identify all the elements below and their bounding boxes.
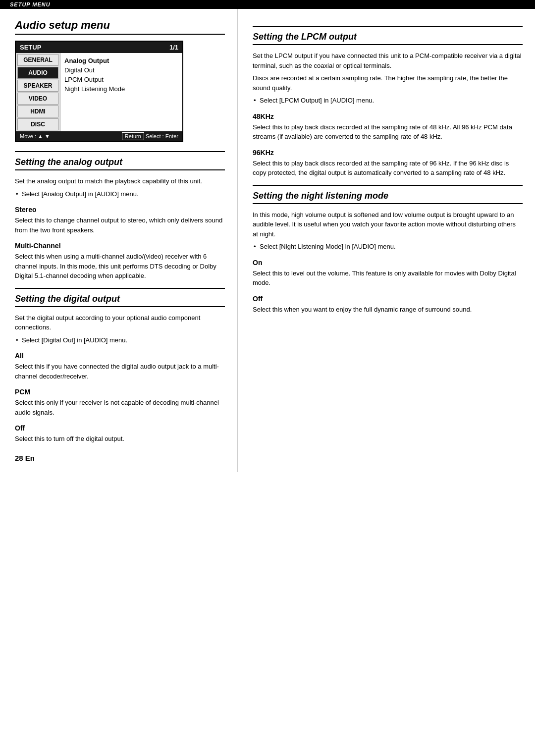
digital-off-heading: Off <box>15 424 225 432</box>
96khz-text: Select this to play back discs recorded … <box>253 159 523 178</box>
digital-divider <box>15 288 225 289</box>
sidebar-item-hdmi[interactable]: HDMI <box>17 106 58 117</box>
digital-section-title: Setting the digital output <box>15 294 225 307</box>
96khz-heading: 96KHz <box>253 149 523 157</box>
night-intro: In this mode, high volume output is soft… <box>253 210 523 239</box>
multichannel-text: Select this when using a multi-channel a… <box>15 252 225 281</box>
lpcm-section-title: Setting the LPCM output <box>253 32 523 45</box>
footer-move-label: Move : ▲ ▼ <box>20 133 50 139</box>
setup-ui-header: SETUP 1/1 <box>16 42 182 53</box>
sidebar-item-speaker[interactable]: SPEAKER <box>17 80 58 92</box>
analog-section-title: Setting the analog output <box>15 157 225 170</box>
page-number: 28 En <box>15 454 225 462</box>
sidebar-item-disc[interactable]: DISC <box>17 118 58 130</box>
all-heading: All <box>15 352 225 360</box>
menu-item-night[interactable]: Night Listening Mode <box>64 84 178 94</box>
digital-off-text: Select this to turn off the digital outp… <box>15 434 225 444</box>
page-title: Audio setup menu <box>15 19 225 35</box>
sidebar-item-audio[interactable]: AUDIO <box>17 67 58 79</box>
on-heading: On <box>253 259 523 267</box>
night-off-text: Select this when you want to enjoy the f… <box>253 305 523 315</box>
lpcm-bullet: Select [LPCM Output] in [AUDIO] menu. <box>253 96 523 106</box>
sidebar-item-video[interactable]: VIDEO <box>17 93 58 105</box>
night-divider <box>253 185 523 186</box>
top-banner: SETUP MENU <box>0 0 535 9</box>
digital-intro: Set the digital output according to your… <box>15 313 225 332</box>
setup-main-content: Analog Output Digital Out LPCM Output Ni… <box>60 53 182 131</box>
48khz-heading: 48KHz <box>253 112 523 120</box>
menu-item-digital[interactable]: Digital Out <box>64 65 178 75</box>
night-bullet: Select [Night Listening Mode] in [AUDIO]… <box>253 242 523 252</box>
right-column: Setting the LPCM output Set the LPCM out… <box>238 9 535 472</box>
analog-intro: Set the analog output to match the playb… <box>15 176 225 186</box>
analog-divider <box>15 151 225 152</box>
lpcm-intro1: Set the LPCM output if you have connecte… <box>253 51 523 70</box>
on-text: Select this to level out the volume. Thi… <box>253 269 523 288</box>
stereo-text: Select this to change channel output to … <box>15 216 225 235</box>
setup-ui-mockup: SETUP 1/1 GENERAL AUDIO SPEAKER VIDEO HD… <box>15 41 183 142</box>
pcm-heading: PCM <box>15 388 225 396</box>
all-text: Select this if you have connected the di… <box>15 362 225 381</box>
night-off-heading: Off <box>253 295 523 303</box>
setup-ui-footer: Move : ▲ ▼ Return Select : Enter <box>16 131 182 141</box>
pcm-text: Select this only if your receiver is not… <box>15 398 225 417</box>
left-column: Audio setup menu SETUP 1/1 GENERAL AUDIO… <box>0 9 238 472</box>
footer-select-label: Select : Enter <box>146 133 178 139</box>
footer-return-button[interactable]: Return <box>122 132 144 140</box>
analog-bullet: Select [Analog Output] in [AUDIO] menu. <box>15 189 225 199</box>
stereo-heading: Stereo <box>15 206 225 214</box>
setup-ui-body: GENERAL AUDIO SPEAKER VIDEO HDMI DISC An… <box>16 53 182 131</box>
sidebar-item-general[interactable]: GENERAL <box>17 54 58 66</box>
48khz-text: Select this to play back discs recorded … <box>253 122 523 142</box>
lpcm-intro2: Discs are recorded at a certain sampling… <box>253 73 523 93</box>
setup-label: SETUP <box>20 44 41 51</box>
menu-item-analog[interactable]: Analog Output <box>64 56 178 65</box>
menu-item-lpcm[interactable]: LPCM Output <box>64 75 178 84</box>
lpcm-divider <box>253 26 523 27</box>
multichannel-heading: Multi-Channel <box>15 242 225 250</box>
setup-sidebar: GENERAL AUDIO SPEAKER VIDEO HDMI DISC <box>16 53 60 131</box>
digital-bullet: Select [Digital Out] in [AUDIO] menu. <box>15 335 225 345</box>
night-section-title: Setting the night listening mode <box>253 191 523 204</box>
page-indicator: 1/1 <box>169 44 178 51</box>
